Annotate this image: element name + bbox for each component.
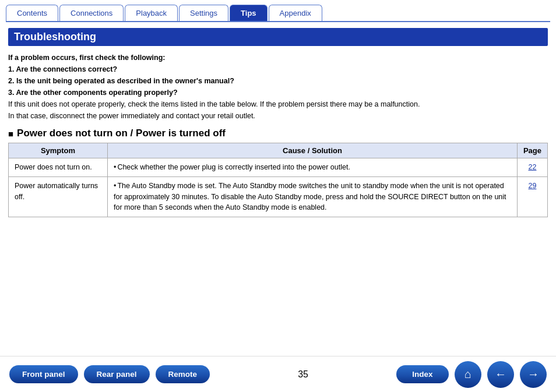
intro-line3: 2. Is the unit being operated as describ… [8,77,234,85]
troubleshooting-table: Symptom Cause / Solution Page Power does… [8,143,548,217]
tab-connections[interactable]: Connections [59,5,124,21]
tabs-bar: Contents Connections Playback Settings T… [0,0,556,21]
intro-text: If a problem occurs, first check the fol… [8,52,548,122]
table-row: Power does not turn on. •Check whether t… [9,158,548,177]
forward-icon: → [527,368,539,381]
home-button[interactable]: ⌂ [455,361,481,388]
back-icon: ← [495,368,506,381]
bottom-bar: Front panel Rear panel Remote 35 Index ⌂… [0,356,556,392]
intro-line2: 1. Are the connections correct? [8,65,117,73]
col-header-page: Page [517,143,547,158]
main-content: Troubleshooting If a problem occurs, fir… [0,22,556,228]
cause-2: •The Auto Standby mode is set. The Auto … [108,176,518,217]
page-1[interactable]: 22 [517,158,547,177]
tab-tips[interactable]: Tips [230,5,268,21]
rear-panel-button[interactable]: Rear panel [84,365,150,383]
intro-line6: In that case, disconnect the power immed… [8,112,255,120]
cause-1: •Check whether the power plug is correct… [108,158,518,177]
remote-button[interactable]: Remote [156,365,210,383]
index-button[interactable]: Index [396,365,449,383]
table-row: Power automatically turns off. •The Auto… [9,176,548,217]
page-2[interactable]: 29 [517,176,547,217]
forward-button[interactable]: → [520,361,547,388]
bottom-left-nav: Front panel Rear panel Remote [9,365,210,383]
section-title: Troubleshooting [8,28,548,46]
back-button[interactable]: ← [487,361,514,388]
symptom-1: Power does not turn on. [9,158,108,177]
home-icon: ⌂ [464,368,471,381]
tab-contents[interactable]: Contents [6,5,58,21]
col-header-cause: Cause / Solution [108,143,518,158]
col-header-symptom: Symptom [9,143,108,158]
tab-settings[interactable]: Settings [179,5,228,21]
tab-playback[interactable]: Playback [125,5,178,21]
front-panel-button[interactable]: Front panel [9,365,78,383]
symptom-2: Power automatically turns off. [9,176,108,217]
power-section-heading: Power does not turn on / Power is turned… [8,128,548,139]
tab-appendix[interactable]: Appendix [269,5,322,21]
page-number: 35 [298,369,308,380]
intro-line4: 3. Are the other components operating pr… [8,89,178,97]
intro-line5: If this unit does not operate properly, … [8,100,420,108]
intro-line1: If a problem occurs, first check the fol… [8,54,166,62]
